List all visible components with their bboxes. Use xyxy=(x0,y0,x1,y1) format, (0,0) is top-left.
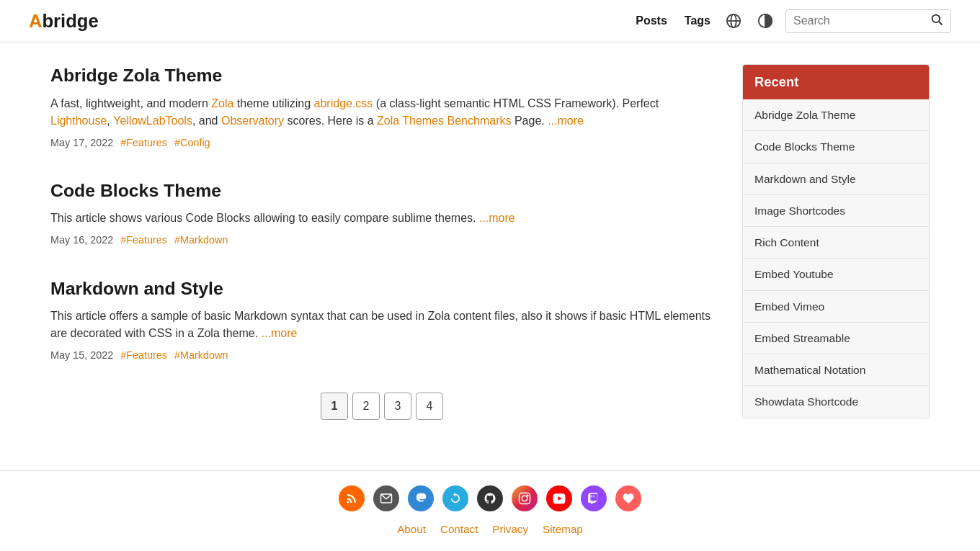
globe-button[interactable] xyxy=(722,9,745,32)
instagram-icon xyxy=(518,492,531,505)
post-date-3: May 15, 2022 xyxy=(50,348,113,364)
page-btn-1[interactable]: 1 xyxy=(321,393,348,420)
mastodon-icon xyxy=(414,492,427,505)
social-youtube[interactable] xyxy=(546,485,572,511)
main-content: Abridge Zola Theme A fast, lightweight, … xyxy=(50,64,713,442)
post-date-1: May 17, 2022 xyxy=(50,135,113,151)
sidebar: Recent Abridge Zola Theme Code Blocks Th… xyxy=(742,64,930,442)
footer-link-privacy[interactable]: Privacy xyxy=(492,521,528,538)
nav-tags[interactable]: Tags xyxy=(685,12,710,30)
post-code-blocks-theme: Code Blocks Theme This article shows var… xyxy=(50,179,713,248)
page-btn-3[interactable]: 3 xyxy=(384,393,411,420)
social-twitch[interactable] xyxy=(581,485,607,511)
recent-item-8[interactable]: Mathematical Notation xyxy=(743,354,929,385)
social-instagram[interactable] xyxy=(512,485,538,511)
pagination: 1 2 3 4 xyxy=(50,393,713,420)
page-btn-4[interactable]: 4 xyxy=(416,393,443,420)
recent-box: Recent Abridge Zola Theme Code Blocks Th… xyxy=(742,64,930,418)
list-item: Showdata Shortcode xyxy=(743,386,929,417)
list-item: Code Blocks Theme xyxy=(743,131,929,163)
social-email[interactable] xyxy=(373,485,399,511)
cycle-icon xyxy=(449,492,462,505)
search-box xyxy=(785,9,951,33)
search-input[interactable] xyxy=(793,14,926,27)
footer-links: About Contact Privacy Sitemap xyxy=(29,521,951,538)
svg-line-5 xyxy=(939,22,943,25)
tag-features-3[interactable]: #Features xyxy=(120,348,167,364)
post-3-readmore[interactable]: ...more xyxy=(262,327,298,339)
footer-link-about[interactable]: About xyxy=(397,521,426,538)
post-body-text-1e: , and xyxy=(192,115,221,127)
nav-posts[interactable]: Posts xyxy=(636,12,667,30)
recent-item-3[interactable]: Image Shortcodes xyxy=(743,195,929,226)
recent-item-6[interactable]: Embed Vimeo xyxy=(743,291,929,322)
tag-markdown-2[interactable]: #Markdown xyxy=(174,233,228,248)
search-button[interactable] xyxy=(930,13,943,30)
post-body-2: This article shows various Code Blocks a… xyxy=(50,210,713,227)
post-markdown-and-style: Markdown and Style This article offers a… xyxy=(50,277,713,364)
page-btn-2[interactable]: 2 xyxy=(352,393,380,420)
footer-link-contact[interactable]: Contact xyxy=(440,521,478,538)
tag-features-1[interactable]: #Features xyxy=(120,135,167,151)
tag-markdown-3[interactable]: #Markdown xyxy=(174,348,228,364)
social-icons xyxy=(29,485,951,511)
rss-icon xyxy=(345,492,358,505)
recent-item-4[interactable]: Rich Content xyxy=(743,227,929,258)
recent-item-7[interactable]: Embed Streamable xyxy=(743,323,929,354)
email-icon xyxy=(380,492,393,505)
social-kofi-cycle[interactable] xyxy=(442,485,468,511)
tag-config-1[interactable]: #Config xyxy=(174,135,210,151)
svg-point-4 xyxy=(932,14,940,22)
lighthouse-link[interactable]: Lighthouse xyxy=(50,115,107,127)
post-body-text-1g: Page. xyxy=(511,115,548,127)
contrast-button[interactable] xyxy=(754,9,777,32)
post-1-readmore[interactable]: ...more xyxy=(548,115,584,127)
search-icon xyxy=(930,13,943,26)
recent-item-2[interactable]: Markdown and Style xyxy=(743,163,929,194)
social-mastodon[interactable] xyxy=(408,485,434,511)
post-title-2: Code Blocks Theme xyxy=(50,179,713,202)
post-meta-2: May 16, 2022 #Features #Markdown xyxy=(50,233,713,248)
site-logo[interactable]: Abridge xyxy=(29,7,99,35)
social-kofi-heart[interactable] xyxy=(615,485,641,511)
post-body-text-1c: (a class-light semantic HTML CSS Framewo… xyxy=(373,97,659,109)
social-github[interactable] xyxy=(477,485,503,511)
svg-point-6 xyxy=(347,501,349,503)
zola-link[interactable]: Zola xyxy=(211,97,233,109)
list-item: Rich Content xyxy=(743,227,929,259)
post-body-text-1b: theme utilizing xyxy=(233,97,313,109)
contrast-icon xyxy=(757,13,773,29)
list-item: Abridge Zola Theme xyxy=(743,99,929,131)
post-title-3: Markdown and Style xyxy=(50,277,713,300)
post-abridge-zola-theme: Abridge Zola Theme A fast, lightweight, … xyxy=(50,64,713,151)
zola-themes-benchmarks-link[interactable]: Zola Themes Benchmarks xyxy=(377,115,511,127)
heart-icon xyxy=(622,492,635,505)
recent-item-0[interactable]: Abridge Zola Theme xyxy=(743,99,929,130)
recent-header: Recent xyxy=(743,65,929,99)
social-rss[interactable] xyxy=(339,485,365,511)
abridge-css-link[interactable]: abridge.css xyxy=(314,97,373,109)
recent-item-1[interactable]: Code Blocks Theme xyxy=(743,131,929,162)
list-item: Embed Vimeo xyxy=(743,291,929,323)
post-meta-1: May 17, 2022 #Features #Config xyxy=(50,135,713,151)
post-body-text-2: This article shows various Code Blocks a… xyxy=(50,212,479,224)
recent-item-5[interactable]: Embed Youtube xyxy=(743,259,929,290)
svg-point-9 xyxy=(522,496,527,501)
post-2-readmore[interactable]: ...more xyxy=(479,212,515,224)
main-nav: Posts Tags xyxy=(636,12,710,30)
recent-item-9[interactable]: Showdata Shortcode xyxy=(743,386,929,417)
logo-letter-a: A xyxy=(29,11,42,31)
logo-text: bridge xyxy=(42,11,98,31)
yellowlab-link[interactable]: YellowLabTools xyxy=(113,115,192,127)
content-area: Abridge Zola Theme A fast, lightweight, … xyxy=(22,42,958,463)
footer-link-sitemap[interactable]: Sitemap xyxy=(543,521,583,538)
post-body-text-1a: A fast, lightweight, and modern xyxy=(50,97,211,109)
github-icon xyxy=(484,492,496,505)
list-item: Mathematical Notation xyxy=(743,354,929,386)
post-body-text-3: This article offers a sample of basic Ma… xyxy=(50,310,710,339)
tag-features-2[interactable]: #Features xyxy=(120,233,167,248)
list-item: Embed Youtube xyxy=(743,259,929,290)
globe-icon xyxy=(726,13,741,29)
post-body-1: A fast, lightweight, and modern Zola the… xyxy=(50,95,713,130)
observatory-link[interactable]: Observatory xyxy=(221,115,284,127)
